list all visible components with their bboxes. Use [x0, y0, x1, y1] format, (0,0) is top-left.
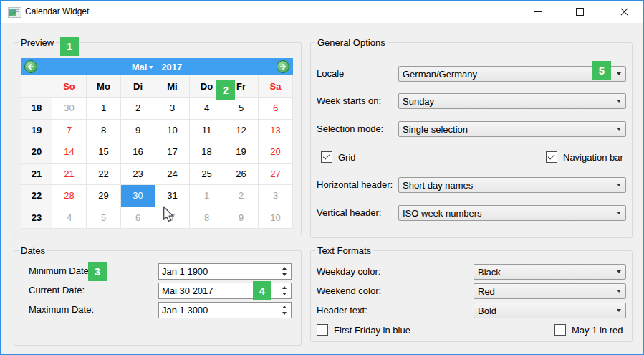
current-date-spinbox[interactable]: Mai 30 2017: [158, 283, 292, 299]
vertical-header-value: ISO week numbers: [403, 208, 482, 219]
maximum-date-spinbox[interactable]: Jan 1 3000: [158, 302, 292, 318]
calendar-grid: SoMoDiMiDoFrSa18301234561978910111213201…: [21, 75, 293, 229]
maximum-date-value: Jan 1 3000: [162, 305, 208, 316]
calendar-day[interactable]: 13: [259, 120, 293, 142]
calendar-day[interactable]: 17: [155, 141, 190, 164]
vertical-header-combobox[interactable]: ISO week numbers: [398, 205, 626, 221]
calendar-day[interactable]: 3: [155, 98, 190, 120]
spin-up-icon[interactable]: [282, 306, 287, 308]
calendar-day[interactable]: 15: [87, 141, 121, 164]
calendar-day[interactable]: 6: [259, 98, 293, 120]
grid-checkbox[interactable]: Grid: [321, 151, 356, 163]
title-bar[interactable]: Calendar Widget: [1, 1, 643, 23]
calendar-day[interactable]: 12: [224, 120, 259, 142]
text-formats-group-label: Text Formats: [315, 245, 373, 256]
minimum-date-spinbox[interactable]: Jan 1 1900: [158, 263, 292, 280]
calendar-day[interactable]: 20: [259, 141, 293, 164]
calendar-day[interactable]: 3: [259, 185, 293, 207]
weekday-color-label: Weekday color:: [317, 264, 380, 280]
horizontal-header-label: Horizontal header:: [317, 177, 393, 193]
locale-value: German/Germany: [403, 69, 477, 80]
calendar-day[interactable]: 21: [52, 164, 87, 186]
calendar-day[interactable]: 11: [190, 120, 224, 142]
weekday-color-value: Black: [478, 267, 501, 278]
calendar-day[interactable]: 9: [224, 207, 259, 229]
minimize-button[interactable]: [519, 1, 557, 23]
grid-checkbox-label: Grid: [338, 152, 356, 163]
spin-up-icon[interactable]: [282, 286, 287, 289]
day-header-so: So: [52, 75, 87, 98]
calendar-day[interactable]: 8: [190, 207, 224, 229]
header-text-combobox[interactable]: Bold: [474, 303, 626, 318]
calendar-day[interactable]: 7: [52, 120, 87, 142]
calendar-day[interactable]: 28: [52, 185, 87, 207]
spin-down-icon[interactable]: [282, 312, 287, 315]
calendar-day[interactable]: 14: [52, 141, 87, 164]
calendar-day[interactable]: 4: [52, 207, 87, 229]
navigation-bar-checkbox[interactable]: Navigation bar: [546, 151, 623, 163]
week-number: 21: [21, 164, 52, 186]
first-friday-checkbox[interactable]: First Friday in blue: [317, 324, 410, 336]
week-start-combobox[interactable]: Sunday: [398, 93, 626, 109]
next-month-button[interactable]: [277, 60, 289, 73]
calendar-day[interactable]: 1: [190, 185, 224, 207]
calendar-day[interactable]: 9: [121, 120, 155, 142]
minimum-date-label: Minimum Date:: [29, 263, 91, 279]
first-friday-checkbox-label: First Friday in blue: [334, 325, 410, 336]
calendar-day[interactable]: 27: [259, 164, 293, 186]
maximize-button[interactable]: [560, 1, 599, 23]
chevron-down-icon: [617, 270, 621, 273]
calendar-day-selected[interactable]: 30: [121, 185, 155, 207]
may-first-checkbox[interactable]: May 1 in red: [554, 324, 623, 336]
day-header-mi: Mi: [155, 75, 190, 98]
week-start-value: Sunday: [403, 96, 434, 107]
calendar-day[interactable]: 1: [87, 98, 121, 120]
calendar-day[interactable]: 8: [87, 120, 121, 142]
calendar-day[interactable]: 30: [52, 98, 87, 120]
previous-month-button[interactable]: [24, 60, 37, 73]
calendar-day[interactable]: 31: [155, 185, 190, 207]
calendar-day[interactable]: 6: [121, 207, 155, 229]
calendar-day[interactable]: 10: [155, 120, 190, 142]
calendar-day[interactable]: 25: [190, 164, 224, 186]
horizontal-header-combobox[interactable]: Short day names: [398, 177, 626, 193]
arrow-right-icon: [279, 63, 287, 70]
calendar-day[interactable]: 22: [87, 164, 121, 186]
weekend-color-combobox[interactable]: Red: [474, 283, 626, 299]
calendar-day[interactable]: 10: [259, 207, 293, 229]
month-dropdown[interactable]: Mai: [132, 62, 154, 72]
locale-label: Locale: [317, 66, 344, 82]
calendar-day[interactable]: 4: [190, 98, 224, 120]
week-header-corner: [21, 75, 52, 98]
chevron-down-icon: [617, 212, 621, 214]
calendar-day[interactable]: 16: [121, 141, 155, 164]
calendar-navigation-bar: Mai 2017: [21, 58, 293, 75]
close-icon: [620, 7, 629, 16]
calendar-day[interactable]: 2: [121, 98, 155, 120]
spin-down-icon[interactable]: [282, 293, 287, 295]
minimum-date-value: Jan 1 1900: [162, 266, 208, 277]
header-text-value: Bold: [478, 306, 496, 316]
calendar-day[interactable]: 26: [224, 164, 259, 186]
calendar-day[interactable]: 29: [87, 185, 121, 207]
close-button[interactable]: [605, 1, 643, 23]
may-first-checkbox-label: May 1 in red: [572, 325, 623, 336]
spin-up-icon[interactable]: [282, 267, 287, 270]
weekday-color-combobox[interactable]: Black: [474, 264, 626, 280]
year-button[interactable]: 2017: [161, 62, 182, 72]
calendar-day[interactable]: 2: [224, 185, 259, 207]
navigation-bar-checkbox-box: [546, 151, 557, 163]
calendar-day[interactable]: 23: [121, 164, 155, 186]
arrow-left-icon: [27, 63, 34, 70]
calendar-day[interactable]: 5: [87, 207, 121, 229]
spin-down-icon[interactable]: [282, 273, 287, 276]
calendar-day[interactable]: 5: [224, 98, 259, 120]
selection-mode-combobox[interactable]: Single selection: [398, 121, 626, 137]
minimize-icon: [534, 11, 542, 12]
calendar-day[interactable]: 24: [155, 164, 190, 186]
calendar-day[interactable]: 18: [190, 141, 224, 164]
day-header-mo: Mo: [87, 75, 121, 98]
calendar-day[interactable]: 19: [224, 141, 259, 164]
general-options-group-label: General Options: [315, 37, 388, 48]
navigation-bar-checkbox-label: Navigation bar: [563, 152, 623, 163]
